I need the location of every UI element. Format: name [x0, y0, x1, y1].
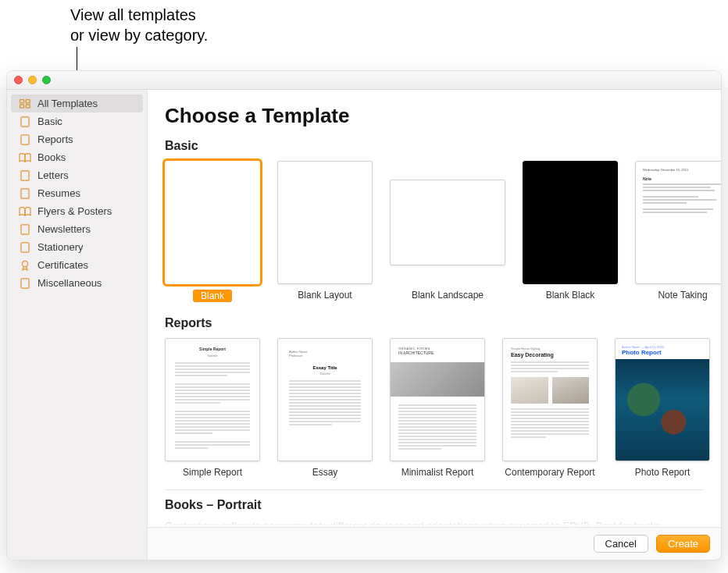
sidebar-item-label: All Templates — [37, 98, 98, 109]
grid-icon — [19, 98, 31, 109]
sidebar-item-reports[interactable]: Reports — [11, 130, 143, 148]
template-blank-black[interactable]: Blank Black — [523, 161, 618, 302]
template-minimalist-report[interactable]: ORGANIC FORMS IN ARCHITECTURE Minimalist… — [390, 338, 485, 478]
page-title: Choose a Template — [165, 104, 704, 128]
template-label: Photo Report — [635, 467, 691, 478]
svg-rect-7 — [21, 188, 29, 198]
sidebar-item-letters[interactable]: Letters — [11, 166, 143, 184]
reports-grid: Simple Report Subtitle Simple Report — [165, 338, 704, 478]
section-title-reports: Reports — [165, 316, 704, 330]
sidebar-item-newsletters[interactable]: Newsletters — [11, 220, 143, 238]
sidebar-item-label: Flyers & Posters — [37, 205, 112, 217]
template-label: Blank Black — [546, 290, 595, 301]
template-thumb: Simple Report Subtitle — [165, 338, 260, 461]
template-note-taking[interactable]: Wednesday, December 15, 2021 Note Note T… — [635, 161, 721, 302]
template-scroll[interactable]: Choose a Template Basic Blank Blank Layo… — [148, 90, 721, 527]
template-thumb: Author Name Professor Essay Title Subtit… — [277, 338, 373, 461]
section-title-books: Books – Portrait — [165, 489, 704, 512]
template-label: Note Taking — [658, 290, 707, 301]
svg-rect-11 — [21, 278, 29, 287]
sidebar-item-all-templates[interactable]: All Templates — [11, 94, 143, 112]
svg-rect-0 — [20, 99, 24, 102]
svg-point-10 — [22, 261, 27, 266]
template-blank[interactable]: Blank — [165, 161, 260, 302]
sidebar-item-certificates[interactable]: Certificates — [11, 256, 143, 274]
maximize-icon[interactable] — [42, 76, 51, 84]
template-thumb — [277, 161, 373, 284]
template-contemporary-report[interactable]: Simple Home Styling Easy Decorating Cont… — [502, 338, 598, 478]
template-thumb — [390, 180, 505, 265]
template-label: Simple Report — [183, 467, 242, 478]
sidebar-item-stationery[interactable]: Stationery — [11, 238, 143, 256]
template-thumb: Simple Home Styling Easy Decorating — [502, 338, 598, 461]
sidebar-item-flyers-posters[interactable]: Flyers & Posters — [11, 202, 143, 220]
template-thumb — [165, 161, 260, 284]
books-description: Content can reflow to accommodate differ… — [165, 520, 704, 527]
sidebar-item-label: Reports — [37, 133, 73, 145]
svg-rect-5 — [21, 134, 29, 144]
annotation-line2: or view by category. — [70, 25, 208, 45]
help-annotation: View all templates or view by category. — [70, 5, 208, 45]
book-icon — [19, 152, 31, 163]
book-icon — [19, 206, 31, 217]
document-icon — [19, 134, 31, 145]
template-label: Contemporary Report — [505, 467, 594, 478]
close-icon[interactable] — [14, 76, 23, 84]
svg-rect-9 — [21, 242, 29, 251]
template-simple-report[interactable]: Simple Report Subtitle Simple Report — [165, 338, 260, 478]
annotation-line1: View all templates — [70, 5, 208, 25]
template-thumb: Wednesday, December 15, 2021 Note — [635, 161, 721, 284]
template-label: Blank — [193, 290, 232, 302]
sidebar-item-label: Stationery — [37, 241, 84, 253]
template-blank-layout[interactable]: Blank Layout — [277, 161, 373, 302]
template-blank-landscape[interactable]: Blank Landscape — [390, 161, 505, 302]
minimize-icon[interactable] — [28, 76, 37, 84]
template-essay[interactable]: Author Name Professor Essay Title Subtit… — [277, 338, 373, 478]
titlebar — [7, 71, 721, 90]
sidebar-item-label: Books — [37, 151, 66, 163]
document-icon — [19, 170, 31, 181]
document-icon — [19, 116, 31, 127]
sidebar-item-label: Newsletters — [37, 223, 91, 235]
template-thumb — [523, 161, 618, 284]
document-icon — [19, 278, 31, 289]
document-icon — [19, 224, 31, 235]
template-photo-report[interactable]: Author Name — April 19, 2022 Photo Repor… — [615, 338, 710, 478]
sidebar-item-basic[interactable]: Basic — [11, 112, 143, 130]
badge-icon — [19, 260, 31, 271]
sidebar-item-label: Miscellaneous — [37, 277, 102, 289]
svg-rect-2 — [20, 105, 24, 108]
cancel-button[interactable]: Cancel — [594, 535, 648, 553]
svg-rect-1 — [26, 99, 30, 102]
template-label: Blank Landscape — [412, 290, 484, 301]
svg-rect-8 — [21, 224, 29, 233]
template-label: Essay — [312, 467, 338, 478]
template-label: Blank Layout — [298, 290, 352, 301]
sidebar-item-resumes[interactable]: Resumes — [11, 184, 143, 202]
sidebar-item-books[interactable]: Books — [11, 148, 143, 166]
template-thumb: Author Name — April 19, 2022 Photo Repor… — [615, 338, 710, 461]
sidebar-item-label: Certificates — [37, 259, 88, 271]
section-title-basic: Basic — [165, 139, 704, 153]
sidebar: All Templates Basic Reports Books Letter… — [7, 90, 148, 560]
document-icon — [19, 242, 31, 253]
content-area: Choose a Template Basic Blank Blank Layo… — [148, 90, 721, 560]
svg-rect-6 — [21, 170, 29, 180]
basic-grid: Blank Blank Layout Blank Landscape Blank… — [165, 161, 704, 302]
template-label: Minimalist Report — [401, 467, 474, 478]
footer: Cancel Create — [148, 527, 721, 560]
sidebar-item-label: Basic — [37, 116, 62, 127]
sidebar-item-miscellaneous[interactable]: Miscellaneous — [11, 274, 143, 292]
window-body: All Templates Basic Reports Books Letter… — [7, 90, 721, 560]
create-button[interactable]: Create — [656, 535, 710, 553]
svg-rect-3 — [26, 105, 30, 108]
svg-rect-4 — [21, 116, 29, 126]
sidebar-item-label: Resumes — [37, 187, 80, 199]
template-thumb: ORGANIC FORMS IN ARCHITECTURE — [390, 338, 485, 461]
template-chooser-window: All Templates Basic Reports Books Letter… — [6, 70, 722, 561]
document-icon — [19, 188, 31, 199]
sidebar-item-label: Letters — [37, 169, 69, 181]
